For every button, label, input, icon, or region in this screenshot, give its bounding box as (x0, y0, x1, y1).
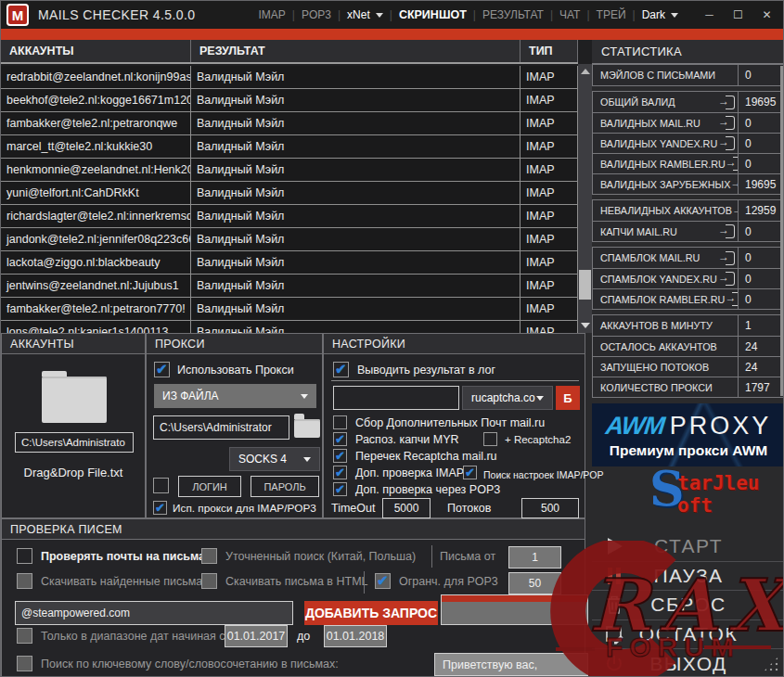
table-row[interactable]: fambakker@tele2.nl:petraronqweВалидный М… (1, 112, 578, 135)
action-save-button[interactable]: ОСТАТОК (592, 620, 784, 649)
menu-item-скриншот[interactable]: СКРИНШОТ (399, 8, 467, 21)
add-query-button[interactable]: ДОБАВИТЬ ЗАПРОС (304, 601, 438, 625)
date-range-checkbox[interactable] (17, 628, 32, 644)
menu-item-dark[interactable]: Dark (642, 8, 678, 21)
mailcheck-panel: ПРОВЕРКА ПИСЕМ Проверять почты на письма… (1, 518, 585, 677)
keyword-checkbox[interactable] (17, 656, 32, 671)
table-row[interactable]: henkmonnie@zeelandnet.nl:Henk20(Валидный… (1, 159, 578, 182)
export-icon[interactable] (718, 96, 735, 109)
export-icon[interactable] (730, 177, 738, 191)
export-icon[interactable] (725, 292, 738, 306)
menu-item-трей[interactable]: ТРЕЙ (597, 8, 626, 21)
table-row[interactable]: marcel_tt@tele2.nl:kukkie30Валидный Мэйл… (1, 135, 578, 159)
refined-search-checkbox[interactable] (201, 548, 217, 564)
menu-item-imap[interactable]: IMAP (258, 8, 285, 21)
keyword-field[interactable]: Приветствую вас, (434, 653, 588, 676)
search-imap-pop-checkbox[interactable] (463, 466, 477, 479)
power-icon (603, 653, 625, 675)
letters-from-label: Письма от (440, 550, 495, 563)
proxy-path-field[interactable]: C:\Users\Administrator (153, 415, 289, 440)
proxy-password-field[interactable]: ПАРОЛЬ (251, 476, 319, 497)
awm-proxy-banner[interactable]: AWM PROXY Премиум прокси AWM (592, 403, 784, 466)
column-header-result[interactable]: РЕЗУЛЬТАТ (191, 40, 521, 62)
proxy-imap-pop3-checkbox[interactable] (153, 501, 167, 515)
date-from-field[interactable]: 01.01.2017 (225, 625, 288, 647)
export-icon[interactable] (726, 157, 738, 171)
date-range-label: Только в диапазоне дат начиная с (41, 630, 225, 643)
stat-row: СПАМБЛОК MAIL.RU0 (593, 248, 784, 268)
menu-item-результат[interactable]: РЕЗУЛЬТАТ (482, 8, 544, 21)
table-row[interactable]: yuni@telfort.nl:CahDRkKtВалидный МэйлIMA… (1, 182, 578, 205)
stats-scrollbar[interactable] (780, 66, 784, 396)
export-icon[interactable] (718, 251, 735, 265)
export-icon[interactable] (718, 272, 735, 286)
check-letters-checkbox[interactable] (17, 548, 32, 564)
proxy-type-select[interactable]: SOCKS 4 (229, 447, 320, 471)
threads-field[interactable]: 500 (521, 498, 579, 518)
table-row[interactable]: jandonk@tele2.nl:jennifer08q223c66Валидн… (1, 228, 578, 251)
proxy-auth-checkbox[interactable] (153, 478, 169, 493)
pop3-limit-field[interactable]: 50 (508, 572, 561, 594)
export-icon[interactable] (718, 136, 735, 150)
app-logo-icon: M (6, 4, 29, 26)
extra-pop3-checkbox[interactable] (333, 482, 347, 496)
pop3-limit-checkbox[interactable] (375, 573, 391, 589)
recognize-captcha-checkbox[interactable] (333, 432, 347, 446)
trash-icon (603, 594, 625, 616)
query-input[interactable]: @steampowered.com (15, 601, 293, 625)
scroll-down-icon[interactable] (578, 318, 592, 333)
stat-row: СПАМБЛОК YANDEX.RU0 (593, 268, 784, 288)
titlebar: M MAILS CHECKER 4.5.0.0 IMAP|POP3|xNet|С… (1, 1, 784, 29)
table-row[interactable]: beekhof@tele2.nl:kogge16671m120Валидный … (1, 89, 578, 112)
proxy-source-select[interactable]: ИЗ ФАЙЛА (154, 384, 316, 408)
log-output-checkbox[interactable] (333, 362, 349, 377)
captcha-service-select[interactable]: rucaptcha.co (462, 386, 553, 410)
table-row[interactable]: fambakker@tele2.nl:petraron7770!Валидный… (1, 298, 578, 321)
folder-open-icon[interactable] (42, 377, 107, 423)
save-icon (603, 623, 625, 645)
scrollbar-thumb[interactable] (579, 270, 591, 300)
proxy-login-field[interactable]: ЛОГИН (178, 476, 241, 497)
close-button[interactable]: ✕ (752, 1, 781, 29)
recheck-recaptcha-checkbox[interactable] (333, 449, 347, 463)
accounts-path-field[interactable]: C:\Users\Administrato (15, 432, 134, 453)
captcha-key-input[interactable] (333, 386, 459, 410)
export-icon[interactable] (718, 224, 735, 238)
play-icon (603, 535, 625, 557)
table-row[interactable]: lackota@ziggo.nl:blackbeautyВалидный Мэй… (1, 251, 578, 275)
menu-item-чат[interactable]: ЧАТ (559, 8, 580, 21)
menu-item-xnet[interactable]: xNet (347, 8, 383, 21)
table-row[interactable]: lons@tele2.nl:kanjer1s1400113Валидный Мэ… (1, 321, 578, 333)
minimize-button[interactable]: ─ (695, 1, 724, 29)
scroll-up-icon[interactable] (578, 64, 592, 79)
letters-from-field[interactable]: 1 (508, 546, 561, 568)
stat-row: АККАУНТОВ В МИНУТУ1 (593, 315, 784, 336)
download-html-checkbox[interactable] (201, 573, 217, 589)
column-header-type[interactable]: ТИП (521, 40, 578, 62)
action-trash-button[interactable]: СБРОС (592, 590, 784, 620)
action-pause-button[interactable]: ПАУЗА (592, 561, 784, 591)
use-proxy-checkbox[interactable] (154, 362, 170, 377)
action-play-button[interactable]: СТАРТ (592, 532, 784, 561)
browse-folder-icon[interactable] (294, 419, 320, 438)
proxy-panel-title: ПРОКСИ (147, 334, 322, 354)
balance-button[interactable]: Б (556, 386, 580, 410)
download-found-checkbox[interactable] (17, 573, 32, 589)
maximize-button[interactable]: ☐ (724, 1, 752, 29)
export-icon[interactable] (732, 204, 738, 218)
menu-item-pop3[interactable]: POP3 (302, 8, 331, 21)
recaptcha2-checkbox[interactable] (483, 432, 497, 446)
extra-imap-checkbox[interactable] (333, 466, 347, 479)
action-power-button[interactable]: ВЫХОД (592, 648, 784, 677)
timeout-label: TimeOut (331, 502, 375, 515)
collect-extra-mail-checkbox[interactable] (333, 415, 347, 429)
table-row[interactable]: richardslagter@tele2.nl:innerkremsdВалид… (1, 205, 578, 228)
date-to-field[interactable]: 01.01.2018 (324, 625, 387, 647)
column-header-accounts[interactable]: АККАУНТЫ (1, 40, 191, 62)
table-row[interactable]: jentwins@zeelandnet.nl:Jujubus1Валидный … (1, 275, 578, 298)
export-icon[interactable] (718, 116, 735, 130)
table-row[interactable]: redrabbit@zeelandnet.nl:konijn99as(Валид… (1, 66, 578, 89)
added-queries-box[interactable] (441, 594, 588, 625)
timeout-field[interactable]: 5000 (382, 498, 431, 518)
table-scrollbar[interactable] (578, 64, 592, 333)
